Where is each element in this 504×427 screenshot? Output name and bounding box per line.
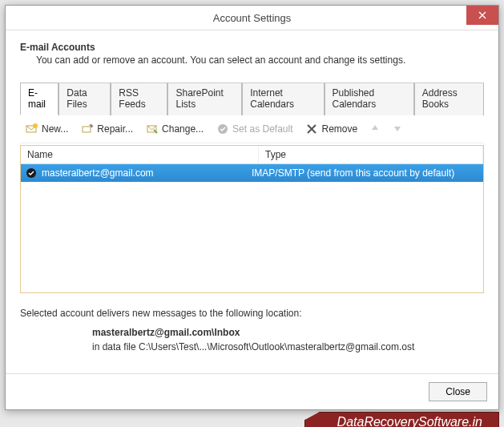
new-button[interactable]: New... xyxy=(23,121,71,137)
svg-point-1 xyxy=(33,123,38,128)
titlebar: Account Settings xyxy=(6,6,498,30)
account-settings-dialog: Account Settings E-mail Accounts You can… xyxy=(5,5,499,410)
tab-strip: E-mail Data Files RSS Feeds SharePoint L… xyxy=(20,82,484,115)
set-default-button-label: Set as Default xyxy=(232,123,292,135)
header-subtitle: You can add or remove an account. You ca… xyxy=(36,54,484,66)
repair-icon xyxy=(81,123,94,135)
bottom-bar: Close xyxy=(6,373,498,409)
change-button[interactable]: Change... xyxy=(143,121,206,137)
move-down-button xyxy=(390,123,405,135)
arrow-down-icon xyxy=(393,123,402,133)
repair-button[interactable]: Repair... xyxy=(79,121,135,137)
column-type[interactable]: Type xyxy=(259,146,483,163)
tab-rss-feeds[interactable]: RSS Feeds xyxy=(111,83,167,115)
change-button-label: Change... xyxy=(162,123,204,135)
column-name[interactable]: Name xyxy=(21,146,259,163)
tab-published-calendars[interactable]: Published Calendars xyxy=(325,83,414,115)
location-section: Selected account delivers new messages t… xyxy=(20,308,484,352)
remove-x-icon xyxy=(305,123,318,135)
default-account-icon xyxy=(24,167,38,179)
location-mailbox: masteralbertz@gmail.com\Inbox xyxy=(92,327,484,338)
account-type: IMAP/SMTP (send from this account by def… xyxy=(248,167,483,179)
account-row[interactable]: masteralbertz@gmail.com IMAP/SMTP (send … xyxy=(21,164,483,182)
set-default-button: Set as Default xyxy=(214,121,295,137)
account-name: masteralbertz@gmail.com xyxy=(38,167,248,179)
header-section: E-mail Accounts You can add or remove an… xyxy=(20,42,484,66)
tab-sharepoint-lists[interactable]: SharePoint Lists xyxy=(167,83,242,115)
list-header: Name Type xyxy=(21,146,483,164)
list-body: masteralbertz@gmail.com IMAP/SMTP (send … xyxy=(21,164,483,292)
close-button[interactable]: Close xyxy=(429,382,487,401)
envelope-new-icon xyxy=(26,123,38,135)
tab-data-files[interactable]: Data Files xyxy=(58,83,111,115)
arrow-up-icon xyxy=(370,123,380,133)
window-close-button[interactable] xyxy=(466,6,498,25)
remove-button-label: Remove xyxy=(321,123,357,135)
tab-address-books[interactable]: Address Books xyxy=(414,83,484,115)
dialog-content: E-mail Accounts You can add or remove an… xyxy=(6,30,498,362)
repair-button-label: Repair... xyxy=(97,123,133,135)
change-icon xyxy=(146,123,159,135)
remove-button[interactable]: Remove xyxy=(303,121,360,137)
location-intro: Selected account delivers new messages t… xyxy=(20,308,484,319)
watermark: DataRecoverySoftware.in xyxy=(5,412,499,427)
new-button-label: New... xyxy=(42,123,68,135)
location-path: in data file C:\Users\Test\...\Microsoft… xyxy=(92,341,484,352)
watermark-label: DataRecoverySoftware.in xyxy=(304,412,499,427)
toolbar: New... Repair... Change... Set as Defaul… xyxy=(20,115,484,143)
svg-rect-2 xyxy=(83,127,91,132)
header-title: E-mail Accounts xyxy=(20,42,484,53)
window-title: Account Settings xyxy=(6,12,498,24)
close-icon xyxy=(478,11,486,19)
check-circle-icon xyxy=(216,123,229,135)
tab-internet-calendars[interactable]: Internet Calendars xyxy=(242,83,324,115)
accounts-list: Name Type masteralbertz@gmail.com IMAP/S… xyxy=(20,145,484,293)
move-up-button xyxy=(368,123,382,135)
tab-email[interactable]: E-mail xyxy=(20,83,58,115)
